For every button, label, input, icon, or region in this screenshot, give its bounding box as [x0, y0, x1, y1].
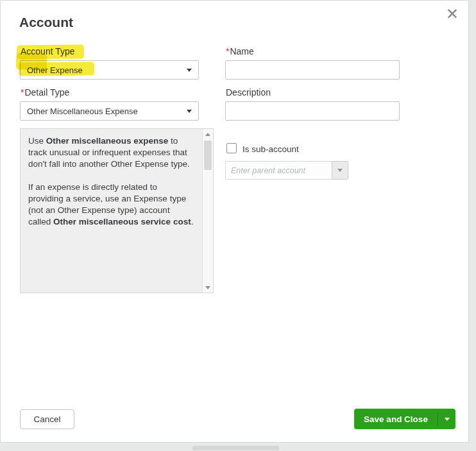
account-type-value: Other Expense: [27, 65, 187, 75]
scrollbar[interactable]: [202, 129, 213, 293]
scrollbar-thumb[interactable]: [204, 140, 212, 170]
dialog-title: Account: [19, 15, 73, 30]
description-label: Description: [226, 87, 271, 98]
save-and-close-label: Save and Close: [354, 409, 438, 429]
parent-account-input[interactable]: [225, 161, 332, 180]
required-marker: *: [21, 87, 24, 98]
detail-type-label: *Detail Type: [21, 87, 69, 98]
detail-type-description-box: Use Other miscellaneous expense to track…: [20, 128, 214, 293]
is-sub-account-label: Is sub-account: [242, 144, 299, 154]
chevron-down-icon: [337, 169, 343, 172]
chevron-down-icon: [445, 418, 450, 421]
name-label: *Name: [226, 46, 254, 56]
description-input[interactable]: [225, 101, 400, 121]
save-options-dropdown[interactable]: [438, 409, 455, 429]
cancel-button[interactable]: Cancel: [20, 409, 74, 429]
description-paragraph: Use Other miscellaneous expense to track…: [28, 135, 194, 170]
background-page-text: [192, 446, 279, 450]
close-icon: ✕: [446, 5, 459, 22]
is-sub-account-checkbox[interactable]: [226, 143, 237, 153]
screenshot-root: Account ✕ Account Type Other Expense *De…: [0, 0, 476, 451]
name-input[interactable]: [225, 60, 400, 80]
chevron-down-icon: [187, 110, 192, 113]
account-type-label: Account Type: [21, 46, 75, 56]
account-type-select[interactable]: Other Expense: [20, 60, 199, 80]
save-and-close-button[interactable]: Save and Close: [354, 409, 455, 429]
scroll-up-icon[interactable]: [203, 129, 213, 139]
detail-type-select[interactable]: Other Miscellaneous Expense: [20, 101, 199, 121]
close-button[interactable]: ✕: [443, 4, 462, 24]
account-dialog: Account ✕ Account Type Other Expense *De…: [0, 0, 469, 443]
description-paragraph: If an expense is directly related to pro…: [28, 182, 194, 228]
required-marker: *: [226, 46, 229, 56]
detail-type-value: Other Miscellaneous Expense: [27, 106, 187, 116]
parent-account-combo: [225, 161, 348, 180]
parent-account-dropdown-button[interactable]: [332, 161, 348, 180]
chevron-down-icon: [187, 69, 192, 72]
scroll-down-icon[interactable]: [203, 282, 213, 293]
